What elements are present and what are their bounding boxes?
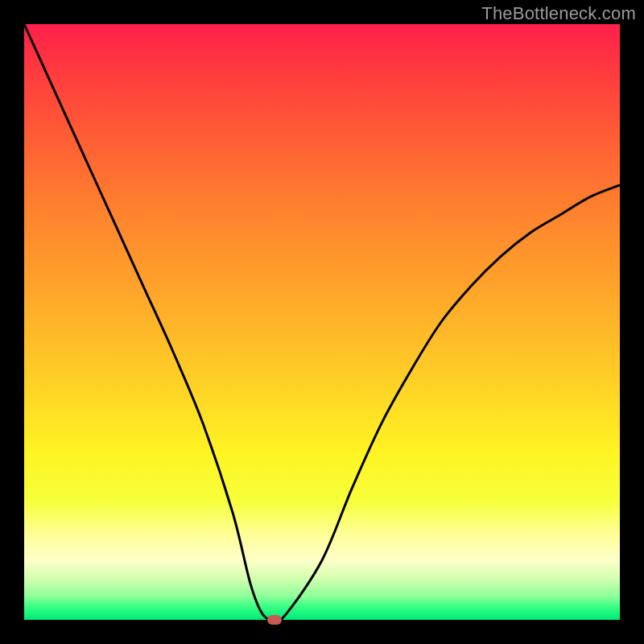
bottleneck-curve [24,24,620,620]
curve-path [24,24,620,620]
watermark-text: TheBottleneck.com [481,3,636,24]
outer-frame: TheBottleneck.com [0,0,644,644]
optimal-point-marker [267,615,282,625]
plot-area [24,24,620,620]
